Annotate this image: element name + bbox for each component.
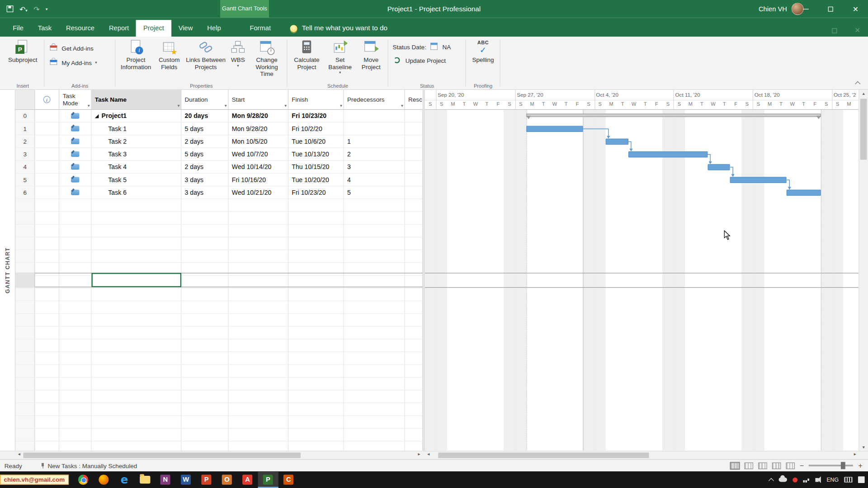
cell-duration[interactable]: 3 days — [181, 174, 228, 186]
cell-duration[interactable]: 2 days — [181, 161, 228, 174]
task-row-0[interactable]: 0Project120 daysMon 9/28/20Fri 10/23/20 — [15, 110, 423, 122]
cell-finish[interactable] — [288, 378, 344, 390]
cell-mode[interactable] — [59, 390, 91, 403]
cell-finish[interactable] — [288, 301, 344, 314]
team-planner-view-icon[interactable] — [758, 462, 767, 469]
taskbar-app-firefox[interactable] — [94, 471, 114, 488]
cell-num[interactable]: 3 — [15, 148, 35, 161]
cell-pred[interactable] — [344, 250, 405, 263]
cell-num[interactable] — [15, 416, 35, 428]
scroll-left-arrow-icon[interactable]: ◄ — [17, 452, 21, 456]
timeline-header[interactable]: Sep 20, '20Sep 27, '20Oct 4, '20Oct 11, … — [425, 90, 859, 110]
cell-start[interactable] — [228, 314, 288, 327]
new-tasks-status[interactable]: New Tasks : Manually Scheduled — [48, 462, 137, 469]
scroll-left-arrow-icon[interactable]: ◄ — [426, 452, 430, 456]
cell-info[interactable] — [35, 390, 59, 403]
cell-pred[interactable]: 1 — [344, 135, 405, 148]
cell-name[interactable] — [91, 352, 181, 365]
empty-row[interactable] — [15, 365, 423, 378]
cell-finish[interactable] — [288, 250, 344, 263]
task-usage-view-icon[interactable] — [744, 462, 753, 469]
cell-num[interactable]: 4 — [15, 161, 35, 174]
cell-res[interactable] — [405, 225, 423, 237]
cell-pred[interactable] — [344, 429, 405, 441]
cell-info[interactable] — [35, 429, 59, 441]
cell-num[interactable] — [15, 301, 35, 314]
cell-mode[interactable] — [59, 212, 91, 225]
cell-duration[interactable] — [181, 263, 228, 276]
cell-info[interactable] — [35, 378, 59, 390]
tell-me-box[interactable]: Tell me what you want to do — [290, 20, 387, 37]
cell-res[interactable] — [405, 441, 423, 451]
cell-pred[interactable] — [344, 276, 405, 288]
cell-start[interactable] — [228, 250, 288, 263]
cell-info[interactable] — [35, 199, 59, 212]
task-row-1[interactable]: 1Task 15 daysMon 9/28/20Fri 10/2/20 — [15, 122, 423, 135]
cell-info[interactable] — [35, 161, 59, 174]
cell-res[interactable] — [405, 199, 423, 212]
cell-info[interactable] — [35, 365, 59, 378]
cell-mode[interactable] — [59, 263, 91, 276]
task-row-4[interactable]: 4Task 42 daysWed 10/14/20Thu 10/15/203 — [15, 161, 423, 174]
selected-row-gutter[interactable] — [15, 273, 35, 287]
cell-pred[interactable] — [344, 288, 405, 301]
cell-mode[interactable] — [59, 378, 91, 390]
cell-num[interactable]: 6 — [15, 186, 35, 199]
cell-finish[interactable] — [288, 403, 344, 416]
filter-arrow-icon[interactable]: ▾ — [225, 103, 227, 108]
select-all-corner[interactable] — [15, 90, 35, 109]
cell-start[interactable]: Wed 10/14/20 — [228, 161, 288, 174]
cell-pred[interactable] — [344, 263, 405, 276]
notification-icon[interactable] — [858, 476, 865, 483]
table-hscrollbar[interactable]: ◄ ► — [15, 451, 423, 459]
empty-row[interactable] — [15, 390, 423, 403]
cell-name[interactable] — [91, 199, 181, 212]
cell-num[interactable] — [15, 327, 35, 339]
cell-info[interactable] — [35, 416, 59, 428]
cell-pred[interactable] — [344, 403, 405, 416]
filter-arrow-icon[interactable]: ▾ — [178, 103, 180, 108]
cell-info[interactable] — [35, 288, 59, 301]
cell-info[interactable] — [35, 276, 59, 288]
cell-finish[interactable] — [288, 416, 344, 428]
cell-duration[interactable] — [181, 416, 228, 428]
tab-project[interactable]: Project — [136, 20, 171, 37]
cell-duration[interactable] — [181, 429, 228, 441]
empty-row[interactable] — [15, 441, 423, 451]
cell-pred[interactable] — [344, 212, 405, 225]
cell-num[interactable]: 1 — [15, 122, 35, 135]
cell-start[interactable]: Mon 9/28/20 — [228, 122, 288, 135]
cell-num[interactable] — [15, 199, 35, 212]
cell-num[interactable] — [15, 225, 35, 237]
cell-mode[interactable] — [59, 314, 91, 327]
cell-num[interactable]: 0 — [15, 110, 35, 122]
cell-mode[interactable] — [59, 429, 91, 441]
cell-finish[interactable] — [288, 339, 344, 352]
cell-mode[interactable] — [59, 122, 91, 135]
cell-finish[interactable]: Fri 10/23/20 — [288, 110, 344, 122]
cell-start[interactable]: Fri 10/16/20 — [228, 174, 288, 186]
cell-name[interactable] — [91, 429, 181, 441]
taskbar-app-edge[interactable]: e — [114, 471, 134, 488]
cell-res[interactable] — [405, 301, 423, 314]
chart-hscroll-thumb[interactable] — [438, 452, 649, 458]
cell-name[interactable]: Task 2 — [91, 135, 181, 148]
cell-start[interactable]: Mon 9/28/20 — [228, 110, 288, 122]
gantt-view-icon[interactable] — [731, 462, 740, 469]
cell-finish[interactable] — [288, 288, 344, 301]
cell-num[interactable] — [15, 339, 35, 352]
cell-start[interactable] — [228, 365, 288, 378]
cell-name[interactable] — [91, 301, 181, 314]
cell-name[interactable] — [91, 416, 181, 428]
cell-finish[interactable]: Tue 10/6/20 — [288, 135, 344, 148]
scroll-up-arrow-icon[interactable]: ▲ — [859, 91, 868, 95]
cell-start[interactable] — [228, 429, 288, 441]
cell-name[interactable] — [91, 390, 181, 403]
cell-res[interactable] — [405, 186, 423, 199]
cell-mode[interactable] — [59, 250, 91, 263]
cell-info[interactable] — [35, 225, 59, 237]
info-column-header[interactable]: i — [35, 90, 59, 109]
tab-task[interactable]: Task — [31, 20, 59, 37]
cell-num[interactable] — [15, 390, 35, 403]
cell-name[interactable]: Task 3 — [91, 148, 181, 161]
